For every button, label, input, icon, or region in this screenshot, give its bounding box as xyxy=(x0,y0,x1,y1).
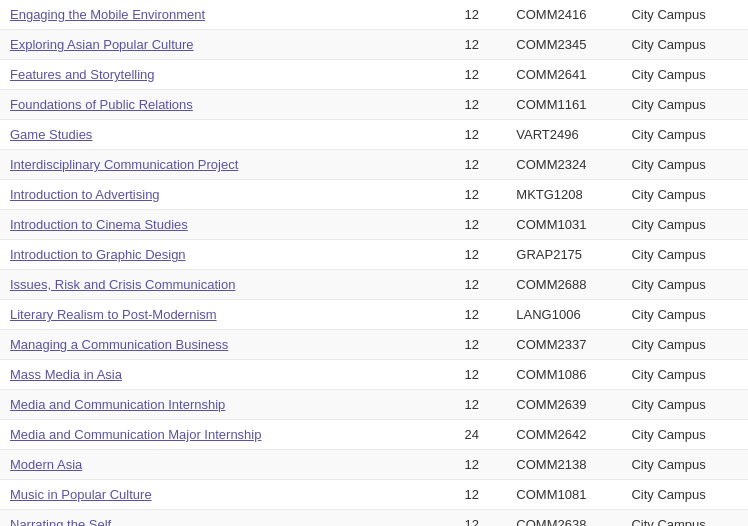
course-table: Engaging the Mobile Environment12COMM241… xyxy=(0,0,748,526)
course-link[interactable]: Interdisciplinary Communication Project xyxy=(10,157,238,172)
table-row: Introduction to Graphic Design12GRAP2175… xyxy=(0,240,748,270)
course-link[interactable]: Mass Media in Asia xyxy=(10,367,122,382)
course-code: COMM2345 xyxy=(506,30,621,60)
table-row: Modern Asia12COMM2138City Campus xyxy=(0,450,748,480)
course-campus: City Campus xyxy=(621,180,748,210)
course-campus: City Campus xyxy=(621,360,748,390)
course-code: COMM2337 xyxy=(506,330,621,360)
course-credits: 12 xyxy=(437,0,506,30)
course-code: COMM1081 xyxy=(506,480,621,510)
table-row: Narrating the Self12COMM2638City Campus xyxy=(0,510,748,527)
course-table-container: Engaging the Mobile Environment12COMM241… xyxy=(0,0,748,526)
course-link[interactable]: Game Studies xyxy=(10,127,92,142)
table-row: Media and Communication Internship12COMM… xyxy=(0,390,748,420)
table-row: Exploring Asian Popular Culture12COMM234… xyxy=(0,30,748,60)
course-credits: 12 xyxy=(437,120,506,150)
course-credits: 12 xyxy=(437,270,506,300)
course-credits: 12 xyxy=(437,210,506,240)
course-link[interactable]: Narrating the Self xyxy=(10,517,111,526)
course-campus: City Campus xyxy=(621,60,748,90)
course-code: COMM2688 xyxy=(506,270,621,300)
table-row: Mass Media in Asia12COMM1086City Campus xyxy=(0,360,748,390)
course-credits: 12 xyxy=(437,390,506,420)
table-row: Game Studies12VART2496City Campus xyxy=(0,120,748,150)
course-campus: City Campus xyxy=(621,210,748,240)
course-link[interactable]: Managing a Communication Business xyxy=(10,337,228,352)
course-code: COMM1031 xyxy=(506,210,621,240)
course-campus: City Campus xyxy=(621,270,748,300)
course-code: COMM2416 xyxy=(506,0,621,30)
course-credits: 12 xyxy=(437,150,506,180)
course-code: COMM2324 xyxy=(506,150,621,180)
course-code: VART2496 xyxy=(506,120,621,150)
course-code: MKTG1208 xyxy=(506,180,621,210)
course-link[interactable]: Issues, Risk and Crisis Communication xyxy=(10,277,235,292)
course-code: COMM1086 xyxy=(506,360,621,390)
course-campus: City Campus xyxy=(621,480,748,510)
course-code: COMM1161 xyxy=(506,90,621,120)
course-credits: 24 xyxy=(437,420,506,450)
table-row: Music in Popular Culture12COMM1081City C… xyxy=(0,480,748,510)
course-campus: City Campus xyxy=(621,150,748,180)
course-campus: City Campus xyxy=(621,30,748,60)
table-row: Introduction to Advertising12MKTG1208Cit… xyxy=(0,180,748,210)
course-link[interactable]: Introduction to Advertising xyxy=(10,187,160,202)
course-code: LANG1006 xyxy=(506,300,621,330)
course-link[interactable]: Introduction to Graphic Design xyxy=(10,247,186,262)
table-row: Introduction to Cinema Studies12COMM1031… xyxy=(0,210,748,240)
course-campus: City Campus xyxy=(621,0,748,30)
table-row: Issues, Risk and Crisis Communication12C… xyxy=(0,270,748,300)
table-row: Engaging the Mobile Environment12COMM241… xyxy=(0,0,748,30)
course-code: COMM2638 xyxy=(506,510,621,527)
course-campus: City Campus xyxy=(621,330,748,360)
table-row: Literary Realism to Post-Modernism12LANG… xyxy=(0,300,748,330)
course-link[interactable]: Engaging the Mobile Environment xyxy=(10,7,205,22)
course-credits: 12 xyxy=(437,510,506,527)
course-credits: 12 xyxy=(437,240,506,270)
course-campus: City Campus xyxy=(621,390,748,420)
course-credits: 12 xyxy=(437,90,506,120)
course-credits: 12 xyxy=(437,60,506,90)
course-link[interactable]: Media and Communication Major Internship xyxy=(10,427,261,442)
course-link[interactable]: Modern Asia xyxy=(10,457,82,472)
course-code: GRAP2175 xyxy=(506,240,621,270)
course-credits: 12 xyxy=(437,180,506,210)
course-link[interactable]: Features and Storytelling xyxy=(10,67,155,82)
course-credits: 12 xyxy=(437,360,506,390)
table-row: Features and Storytelling12COMM2641City … xyxy=(0,60,748,90)
course-link[interactable]: Music in Popular Culture xyxy=(10,487,152,502)
course-credits: 12 xyxy=(437,480,506,510)
table-row: Managing a Communication Business12COMM2… xyxy=(0,330,748,360)
course-credits: 12 xyxy=(437,30,506,60)
table-row: Foundations of Public Relations12COMM116… xyxy=(0,90,748,120)
course-credits: 12 xyxy=(437,330,506,360)
course-campus: City Campus xyxy=(621,450,748,480)
course-code: COMM2641 xyxy=(506,60,621,90)
course-link[interactable]: Exploring Asian Popular Culture xyxy=(10,37,194,52)
course-link[interactable]: Introduction to Cinema Studies xyxy=(10,217,188,232)
course-link[interactable]: Media and Communication Internship xyxy=(10,397,225,412)
course-code: COMM2639 xyxy=(506,390,621,420)
course-credits: 12 xyxy=(437,300,506,330)
course-campus: City Campus xyxy=(621,300,748,330)
course-code: COMM2642 xyxy=(506,420,621,450)
course-credits: 12 xyxy=(437,450,506,480)
course-campus: City Campus xyxy=(621,120,748,150)
course-campus: City Campus xyxy=(621,510,748,527)
course-campus: City Campus xyxy=(621,90,748,120)
course-code: COMM2138 xyxy=(506,450,621,480)
table-row: Media and Communication Major Internship… xyxy=(0,420,748,450)
course-campus: City Campus xyxy=(621,240,748,270)
table-row: Interdisciplinary Communication Project1… xyxy=(0,150,748,180)
course-campus: City Campus xyxy=(621,420,748,450)
course-link[interactable]: Foundations of Public Relations xyxy=(10,97,193,112)
course-link[interactable]: Literary Realism to Post-Modernism xyxy=(10,307,217,322)
